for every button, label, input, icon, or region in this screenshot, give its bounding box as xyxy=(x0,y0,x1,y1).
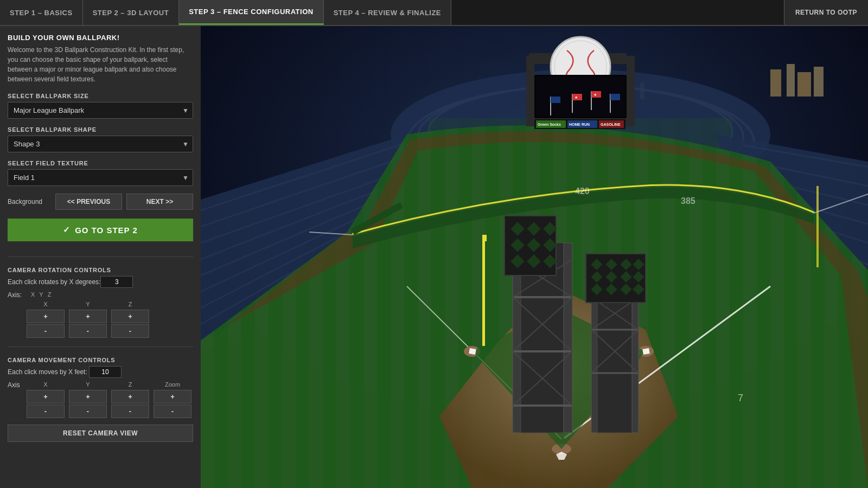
movement-axis-header: Axis X + - Y + - Z + - xyxy=(8,381,193,418)
build-title: BUILD YOUR OWN BALLPARK! xyxy=(8,34,193,42)
tab-step4[interactable]: STEP 4 – REVIEW & FINALIZE xyxy=(324,0,451,25)
rotation-axis-controls: X + - Y + - Z + - xyxy=(8,301,193,338)
rotation-axis-label: Axis: xyxy=(8,291,27,299)
ballpark-size-select[interactable]: Major League Ballpark Minor League Ballp… xyxy=(8,102,193,119)
tab-step1[interactable]: STEP 1 – BASICS xyxy=(0,0,83,25)
svg-rect-98 xyxy=(632,281,639,433)
camera-movement-desc: Each click moves by X feet: xyxy=(8,368,89,376)
ballpark-size-label: SELECT BALLPARK SIZE xyxy=(8,93,193,99)
svg-rect-65 xyxy=(551,97,560,103)
top-navigation: STEP 1 – BASICS STEP 2 – 3D LAYOUT STEP … xyxy=(0,0,868,26)
background-row: Background << PREVIOUS NEXT >> xyxy=(8,194,193,210)
svg-rect-73 xyxy=(610,94,620,100)
movement-zoom-label: Zoom xyxy=(165,381,180,388)
svg-rect-45 xyxy=(469,348,476,355)
field-texture-select-wrapper: Field 1 Field 2 Field 3 ▼ xyxy=(8,169,193,186)
camera-movement-section: CAMERA MOVEMENT CONTROLS Each click move… xyxy=(8,357,193,442)
svg-rect-119 xyxy=(482,235,487,241)
tab-step2[interactable]: STEP 2 – 3D LAYOUT xyxy=(83,0,180,25)
reset-camera-button[interactable]: RESET CAMERA VIEW xyxy=(8,425,193,442)
svg-text:★: ★ xyxy=(575,95,578,99)
svg-text:385: 385 xyxy=(681,196,695,206)
rotation-y-axis-label: Y xyxy=(86,301,90,307)
build-description: Welcome to the 3D Ballpark Construction … xyxy=(8,45,193,84)
ballpark-shape-select[interactable]: Shape 1 Shape 2 Shape 3 Shape 4 Shape 5 xyxy=(8,136,193,152)
rotation-y-minus-button[interactable]: - xyxy=(69,324,107,338)
movement-y-plus-button[interactable]: + xyxy=(69,390,107,403)
sidebar: BUILD YOUR OWN BALLPARK! Welcome to the … xyxy=(0,26,201,488)
movement-y-minus-button[interactable]: - xyxy=(69,404,107,418)
ballpark-shape-select-wrapper: Shape 1 Shape 2 Shape 3 Shape 4 Shape 5 … xyxy=(8,136,193,152)
svg-text:HOME RUN: HOME RUN xyxy=(569,123,590,126)
rotation-x-group: X xyxy=(31,291,35,299)
background-next-button[interactable]: NEXT >> xyxy=(126,194,193,210)
rotation-z-group: Z xyxy=(48,291,52,299)
camera-movement-desc-row: Each click moves by X feet: xyxy=(8,366,193,378)
svg-rect-97 xyxy=(597,281,633,433)
movement-z-label: Z xyxy=(129,381,132,388)
go-to-step2-button[interactable]: ✓ GO TO STEP 2 xyxy=(8,219,193,241)
main-layout: BUILD YOUR OWN BALLPARK! Welcome to the … xyxy=(0,26,868,488)
stadium-svg: 7 Green Socks xyxy=(201,26,868,488)
rotation-y-plus-button[interactable]: + xyxy=(69,310,107,323)
checkmark-icon: ✓ xyxy=(63,225,71,235)
movement-axis-label: Axis xyxy=(8,381,27,389)
return-to-ootp-button[interactable]: RETURN TO OOTP xyxy=(784,0,868,25)
3d-viewport: 7 Green Socks xyxy=(201,26,868,488)
camera-rotation-value-input[interactable] xyxy=(100,276,133,288)
field-texture-select[interactable]: Field 1 Field 2 Field 3 xyxy=(8,169,193,186)
svg-text:GASOLINE: GASOLINE xyxy=(601,123,621,126)
svg-text:★: ★ xyxy=(593,93,597,97)
rotation-z-plus-button[interactable]: + xyxy=(111,310,149,323)
rotation-z-axis-label: Z xyxy=(129,301,132,307)
rotation-x-axis-label: X xyxy=(43,301,47,307)
movement-x-label: X xyxy=(43,381,47,388)
rotation-axis-label-row: Axis: X Y Z xyxy=(8,291,193,299)
camera-rotation-desc-row: Each click rotates by X degrees: xyxy=(8,276,193,288)
tab-step3[interactable]: STEP 3 – FENCE CONFIGURATION xyxy=(179,0,324,25)
movement-z-minus-button[interactable]: - xyxy=(111,404,149,418)
camera-rotation-title: CAMERA ROTATION CONTROLS xyxy=(8,267,193,273)
svg-rect-51 xyxy=(627,56,635,126)
rotation-x-minus-button[interactable]: - xyxy=(27,324,65,338)
ballpark-size-select-wrapper: Major League Ballpark Minor League Ballp… xyxy=(8,102,193,119)
movement-y-label: Y xyxy=(86,381,90,388)
movement-z-plus-button[interactable]: + xyxy=(111,390,149,403)
rotation-z-minus-button[interactable]: - xyxy=(111,324,149,338)
background-previous-button[interactable]: << PREVIOUS xyxy=(55,194,122,210)
camera-movement-value-input[interactable] xyxy=(89,366,122,378)
rotation-z-label: Z xyxy=(48,291,52,298)
movement-x-minus-button[interactable]: - xyxy=(27,404,65,418)
movement-x-plus-button[interactable]: + xyxy=(27,390,65,403)
svg-text:420: 420 xyxy=(575,187,590,196)
camera-rotation-section: CAMERA ROTATION CONTROLS Each click rota… xyxy=(8,267,193,340)
sidebar-divider-1 xyxy=(8,256,193,257)
svg-rect-11 xyxy=(814,67,824,97)
camera-rotation-desc: Each click rotates by X degrees: xyxy=(8,278,100,286)
rotation-x-label: X xyxy=(31,291,35,298)
rotation-y-group: Y xyxy=(39,291,43,299)
ballpark-shape-label: SELECT BALLPARK SHAPE xyxy=(8,126,193,133)
rotation-y-label: Y xyxy=(39,291,43,298)
svg-rect-43 xyxy=(642,348,650,355)
svg-rect-8 xyxy=(770,69,781,97)
svg-rect-50 xyxy=(526,56,534,126)
movement-zoom-plus-button[interactable]: + xyxy=(154,390,192,403)
sidebar-divider-2 xyxy=(8,346,193,347)
field-texture-label: SELECT FIELD TEXTURE xyxy=(8,160,193,166)
svg-rect-118 xyxy=(482,237,485,346)
svg-rect-10 xyxy=(797,72,811,97)
rotation-x-plus-button[interactable]: + xyxy=(27,310,65,323)
svg-rect-96 xyxy=(591,281,598,433)
svg-text:7: 7 xyxy=(738,393,743,403)
movement-zoom-minus-button[interactable]: - xyxy=(154,404,192,418)
svg-rect-9 xyxy=(787,64,795,97)
svg-rect-120 xyxy=(816,186,819,267)
camera-movement-title: CAMERA MOVEMENT CONTROLS xyxy=(8,357,193,363)
background-label: Background xyxy=(8,198,51,206)
svg-text:Green Socks: Green Socks xyxy=(538,123,561,126)
